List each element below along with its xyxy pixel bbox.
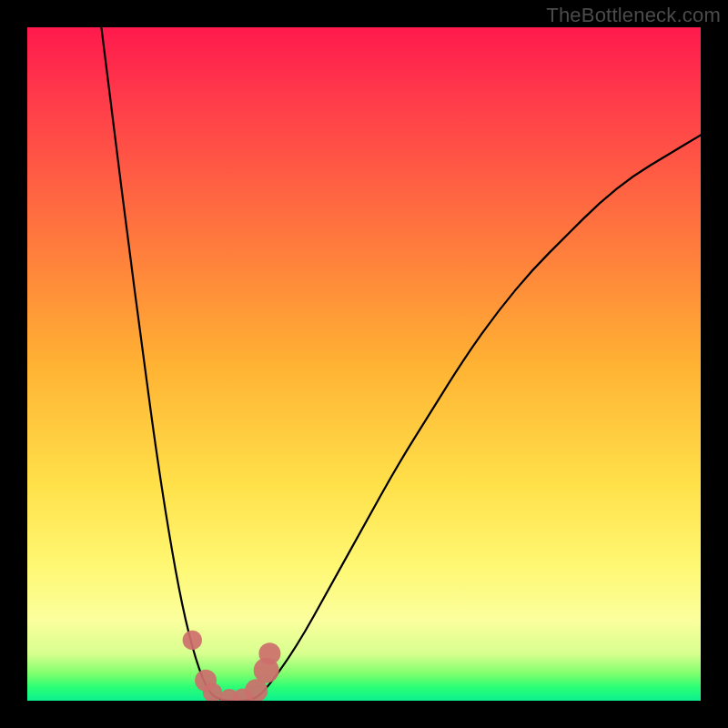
bottleneck-curve xyxy=(101,27,701,701)
chart-frame: TheBottleneck.com xyxy=(0,0,728,728)
watermark-text: TheBottleneck.com xyxy=(546,4,721,27)
plot-area xyxy=(27,27,701,701)
curve-marker xyxy=(183,631,202,650)
curve-marker xyxy=(258,642,280,664)
curve-svg xyxy=(27,27,701,701)
